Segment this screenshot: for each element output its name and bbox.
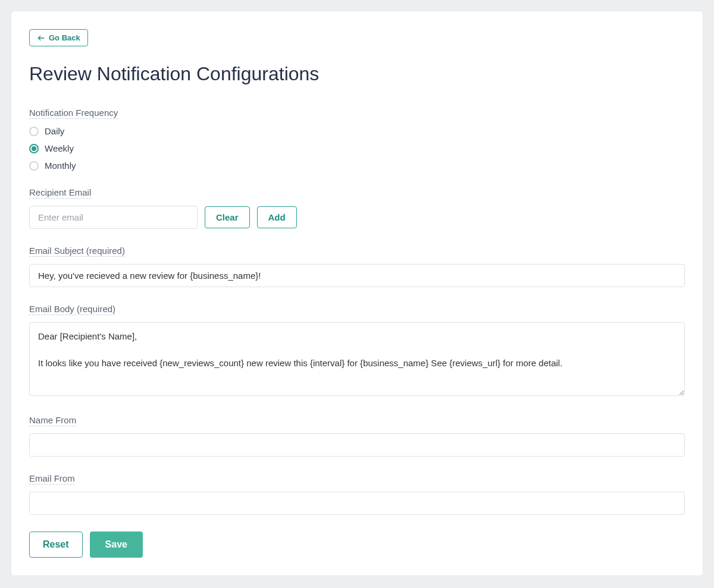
radio-icon <box>29 127 39 136</box>
frequency-option-daily[interactable]: Daily <box>29 126 685 136</box>
recipient-email-input[interactable] <box>29 206 198 229</box>
footer-buttons: Reset Save <box>29 532 685 558</box>
radio-label: Weekly <box>45 143 74 153</box>
config-card: Go Back Review Notification Configuratio… <box>11 11 703 576</box>
reset-button[interactable]: Reset <box>29 532 83 558</box>
go-back-label: Go Back <box>49 33 80 42</box>
email-subject-section: Email Subject (required) <box>29 246 685 287</box>
recipient-email-label: Recipient Email <box>29 187 91 199</box>
radio-label: Daily <box>45 126 64 136</box>
email-from-input[interactable] <box>29 492 685 515</box>
email-from-section: Email From <box>29 473 685 515</box>
email-subject-label: Email Subject (required) <box>29 246 125 257</box>
arrow-left-icon <box>37 34 45 42</box>
save-button[interactable]: Save <box>90 532 143 558</box>
recipient-email-section: Recipient Email Clear Add <box>29 187 685 229</box>
name-from-input[interactable] <box>29 433 685 457</box>
email-body-section: Email Body (required) <box>29 304 685 398</box>
clear-button[interactable]: Clear <box>205 206 250 228</box>
email-body-input[interactable] <box>29 322 685 396</box>
name-from-section: Name From <box>29 415 685 457</box>
email-from-label: Email From <box>29 473 75 485</box>
frequency-option-monthly[interactable]: Monthly <box>29 161 685 171</box>
radio-icon <box>29 144 39 153</box>
frequency-label: Notification Frequency <box>29 108 118 119</box>
frequency-option-weekly[interactable]: Weekly <box>29 143 685 153</box>
go-back-button[interactable]: Go Back <box>29 29 88 46</box>
radio-label: Monthly <box>45 161 76 171</box>
email-subject-input[interactable] <box>29 264 685 287</box>
email-body-label: Email Body (required) <box>29 304 115 315</box>
name-from-label: Name From <box>29 415 76 426</box>
radio-icon <box>29 161 39 171</box>
add-button[interactable]: Add <box>257 206 297 228</box>
page-title: Review Notification Configurations <box>29 63 685 85</box>
frequency-section: Notification Frequency Daily Weekly Mont… <box>29 108 685 171</box>
